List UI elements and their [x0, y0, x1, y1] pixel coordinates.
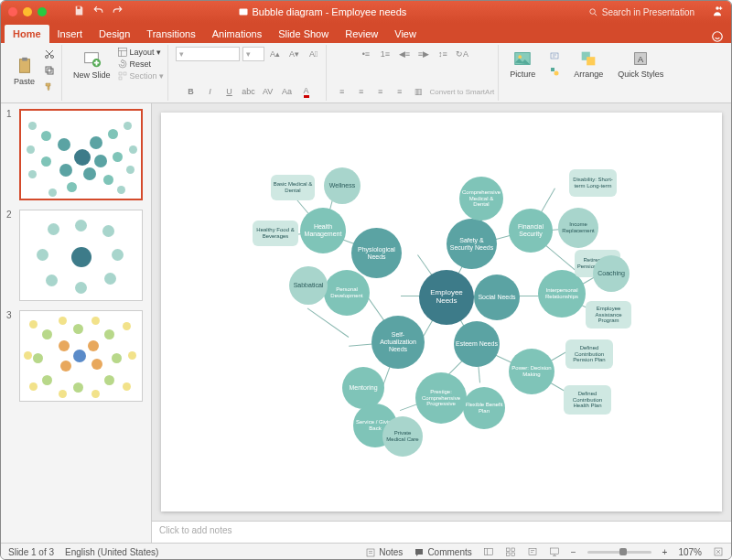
svg-rect-29 [511, 548, 515, 552]
tab-insert[interactable]: Insert [49, 25, 92, 43]
zoom-slider[interactable] [587, 551, 651, 554]
shadow-button[interactable]: AV [260, 84, 276, 99]
quick-styles-button[interactable]: AQuick Styles [614, 47, 667, 81]
char-spacing-button[interactable]: Aa [279, 84, 296, 99]
share-icon[interactable] [711, 5, 724, 19]
bullets-icon[interactable]: •≡ [358, 47, 374, 61]
node-personal-dev: Personal Development [324, 270, 370, 316]
svg-rect-30 [506, 553, 510, 556]
slideshow-view-icon[interactable] [549, 546, 560, 559]
text-direction-icon[interactable]: ↻A [454, 47, 470, 61]
svg-rect-32 [529, 548, 536, 555]
columns-icon[interactable]: ▥ [411, 84, 427, 99]
picture-icon [512, 48, 533, 69]
window-title: Bubble diagram - Employee needs [56, 6, 588, 17]
canvas-area: Employee Needs Physiological Needs Safet… [152, 103, 731, 543]
layout-button[interactable]: Layout ▾ [117, 47, 164, 58]
leaf: Employee Assistance Program [586, 301, 631, 328]
sorter-view-icon[interactable] [505, 546, 516, 559]
svg-rect-0 [77, 6, 80, 9]
close-window[interactable] [8, 7, 17, 16]
copy-icon[interactable] [41, 63, 58, 78]
zoom-out-button[interactable]: − [571, 547, 576, 557]
grow-font-icon[interactable]: A▴ [267, 47, 284, 61]
titlebar: Bubble diagram - Employee needs Search i… [1, 1, 731, 23]
tab-review[interactable]: Review [337, 25, 386, 43]
language-indicator[interactable]: English (United States) [65, 547, 158, 557]
tab-animations[interactable]: Animations [204, 25, 270, 43]
reading-view-icon[interactable] [527, 546, 538, 559]
clipboard-group: Paste [6, 45, 62, 101]
justify-icon[interactable]: ≡ [392, 84, 408, 99]
align-right-icon[interactable]: ≡ [372, 84, 389, 99]
tab-slideshow[interactable]: Slide Show [270, 25, 337, 43]
redo-icon[interactable] [112, 5, 124, 18]
svg-point-4 [713, 32, 723, 42]
reset-button[interactable]: Reset [117, 59, 164, 70]
font-family-select[interactable]: ▾ [176, 47, 240, 61]
undo-icon[interactable] [92, 5, 104, 18]
svg-rect-5 [19, 59, 29, 72]
node-flexible: Flexible Benefit Plan [463, 387, 505, 429]
arrange-icon [578, 48, 598, 69]
thumbnail-2[interactable]: 2 [6, 210, 145, 301]
thumbnail-1[interactable]: 1 [6, 109, 145, 200]
notes-toggle[interactable]: Notes [365, 547, 403, 558]
tab-view[interactable]: View [386, 25, 425, 43]
fit-window-icon[interactable] [713, 546, 724, 559]
new-slide-button[interactable]: New Slide [70, 48, 114, 81]
paste-button[interactable]: Paste [10, 54, 38, 88]
font-size-select[interactable]: ▾ [242, 47, 264, 61]
line-spacing-icon[interactable]: ↕≡ [435, 47, 451, 61]
italic-button[interactable]: I [202, 84, 219, 99]
cut-icon[interactable] [41, 47, 58, 61]
underline-button[interactable]: U [221, 84, 238, 99]
arrange-button[interactable]: Arrange [570, 47, 607, 81]
picture-button[interactable]: Picture [506, 47, 539, 81]
indent-inc-icon[interactable]: ≡▶ [415, 47, 432, 61]
search-icon [588, 7, 598, 17]
strike-button[interactable]: abc [241, 84, 257, 99]
feedback-icon[interactable] [711, 30, 724, 43]
indent-dec-icon[interactable]: ◀≡ [396, 47, 413, 61]
tab-transitions[interactable]: Transitions [138, 25, 203, 43]
thumbnail-3[interactable]: 3 [6, 310, 145, 402]
convert-smartart-button[interactable]: Convert to SmartArt [430, 88, 495, 96]
new-slide-icon [81, 49, 102, 70]
reset-icon [117, 59, 128, 70]
svg-rect-23 [587, 57, 595, 65]
minimize-window[interactable] [23, 7, 32, 16]
tab-home[interactable]: Home [5, 25, 49, 43]
tab-design[interactable]: Design [91, 25, 138, 43]
text-box-icon[interactable] [546, 48, 563, 63]
shapes-icon[interactable] [546, 64, 563, 79]
comments-toggle[interactable]: Comments [414, 547, 471, 558]
numbering-icon[interactable]: 1≡ [377, 47, 393, 61]
notes-pane[interactable]: Click to add notes [152, 521, 731, 543]
leaf: Sabbatical [289, 266, 328, 305]
powerpoint-icon [238, 6, 249, 17]
quick-access-toolbar [73, 5, 124, 18]
zoom-in-button[interactable]: + [662, 547, 668, 557]
section-button[interactable]: Section ▾ [117, 70, 164, 81]
bold-button[interactable]: B [183, 84, 199, 99]
normal-view-icon[interactable] [483, 546, 494, 559]
insert-group: Picture Arrange AQuick Styles [502, 45, 671, 101]
slide-canvas[interactable]: Employee Needs Physiological Needs Safet… [161, 113, 722, 512]
shrink-font-icon[interactable]: A▾ [286, 47, 303, 61]
align-center-icon[interactable]: ≡ [353, 84, 370, 99]
zoom-window[interactable] [38, 7, 47, 16]
search-box[interactable]: Search in Presentation [588, 7, 694, 17]
svg-point-18 [519, 55, 522, 59]
svg-rect-10 [46, 67, 51, 72]
clear-format-icon[interactable]: A⃠ [306, 47, 322, 61]
leaf: Defined Contribution Pension Plan [565, 339, 613, 369]
format-painter-icon[interactable] [41, 80, 58, 94]
align-left-icon[interactable]: ≡ [334, 84, 350, 99]
zoom-level[interactable]: 107% [678, 547, 702, 557]
node-prestige: Prestige: Comprehensive Progressive [415, 372, 467, 424]
window-controls [8, 7, 47, 16]
slide-thumbnails: 1 [1, 103, 152, 543]
font-color-button[interactable]: A [298, 84, 315, 99]
save-icon[interactable] [73, 5, 85, 18]
